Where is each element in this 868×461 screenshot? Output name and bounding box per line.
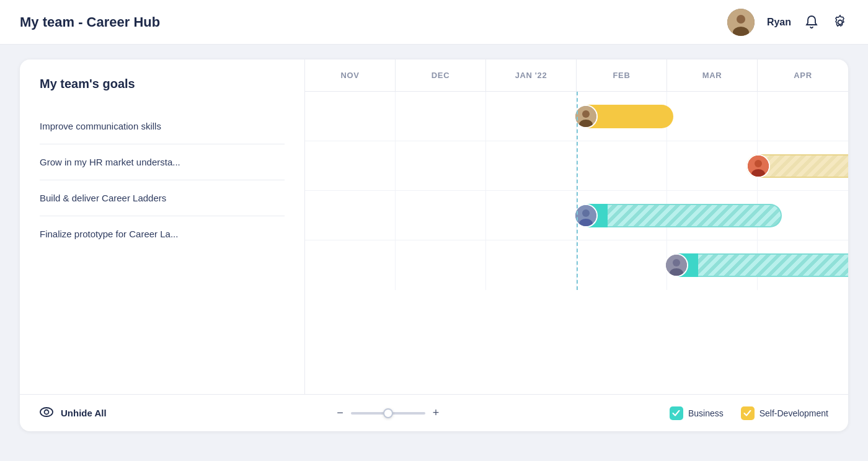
panel-title: My team's goals — [40, 77, 285, 91]
month-nov: NOV — [305, 59, 396, 91]
list-item[interactable]: Finalize prototype for Career La... — [40, 216, 285, 252]
zoom-slider[interactable] — [351, 412, 425, 415]
list-item[interactable]: Build & deliver Career Ladders — [40, 180, 285, 216]
svg-point-16 — [40, 408, 53, 416]
user-name: Ryan — [767, 17, 791, 28]
gantt-cell — [486, 240, 577, 290]
avatar[interactable] — [727, 9, 755, 36]
gantt-cell — [758, 191, 848, 240]
gantt-cell — [486, 141, 577, 190]
card-footer: Unhide All − + Business — [20, 394, 848, 431]
gantt-cell — [396, 191, 486, 240]
month-apr: APR — [758, 59, 848, 91]
legend: Business Self-Development — [670, 406, 828, 420]
gantt-cell — [577, 191, 667, 240]
main-content: My team's goals Improve communication sk… — [0, 45, 868, 446]
zoom-in-button[interactable]: + — [433, 406, 440, 419]
header: My team - Career Hub Ryan — [0, 0, 868, 45]
gantt-panel: NOV DEC JAN '22 FEB MAR APR — [305, 59, 848, 394]
header-right: Ryan — [727, 9, 848, 36]
month-jan: JAN '22 — [486, 59, 577, 91]
notifications-button[interactable] — [804, 14, 820, 30]
month-mar: MAR — [667, 59, 758, 91]
business-checkbox[interactable] — [670, 406, 683, 420]
legend-business: Business — [670, 406, 724, 420]
gantt-cell — [758, 141, 848, 190]
gantt-cell — [305, 240, 396, 290]
timeline-header: NOV DEC JAN '22 FEB MAR APR — [305, 59, 848, 92]
gantt-cell — [667, 240, 758, 290]
list-item[interactable]: Grow in my HR market understa... — [40, 144, 285, 180]
page-title: My team - Career Hub — [20, 14, 160, 30]
zoom-thumb[interactable] — [383, 408, 393, 418]
gear-icon — [832, 14, 848, 30]
gantt-cell — [577, 141, 667, 190]
unhide-label[interactable]: Unhide All — [61, 408, 107, 418]
month-dec: DEC — [396, 59, 486, 91]
card-body: My team's goals Improve communication sk… — [20, 59, 848, 394]
gantt-cell — [486, 191, 577, 240]
zoom-out-button[interactable]: − — [337, 406, 343, 419]
gantt-cell — [758, 92, 848, 141]
gantt-cell — [667, 191, 758, 240]
svg-point-17 — [45, 410, 49, 415]
month-feb: FEB — [577, 59, 667, 91]
svg-point-1 — [737, 15, 745, 24]
left-panel: My team's goals Improve communication sk… — [20, 59, 305, 394]
gantt-cell — [305, 92, 396, 141]
settings-button[interactable] — [832, 14, 848, 30]
legend-selfdev-label: Self-Development — [760, 408, 828, 418]
goal-list: Improve communication skills Grow in my … — [40, 108, 285, 252]
gantt-cell — [577, 92, 667, 141]
gantt-cell — [667, 141, 758, 190]
legend-selfdev: Self-Development — [741, 406, 828, 420]
gantt-cell — [396, 92, 486, 141]
selfdev-checkbox[interactable] — [741, 406, 755, 420]
gantt-cell — [305, 141, 396, 190]
list-item[interactable]: Improve communication skills — [40, 108, 285, 144]
gantt-cell — [577, 240, 667, 290]
gantt-cell — [305, 191, 396, 240]
goals-card: My team's goals Improve communication sk… — [20, 59, 848, 431]
gantt-cell — [486, 92, 577, 141]
today-line — [577, 92, 578, 290]
gantt-cell — [667, 92, 758, 141]
footer-left: Unhide All — [40, 406, 107, 420]
svg-point-3 — [838, 20, 843, 24]
gantt-cell — [758, 240, 848, 290]
gantt-rows — [305, 92, 848, 290]
gantt-cell — [396, 141, 486, 190]
bell-icon — [804, 14, 820, 30]
zoom-controls: − + — [107, 406, 670, 419]
gantt-cell — [396, 240, 486, 290]
eye-icon — [40, 406, 53, 420]
legend-business-label: Business — [688, 408, 724, 418]
